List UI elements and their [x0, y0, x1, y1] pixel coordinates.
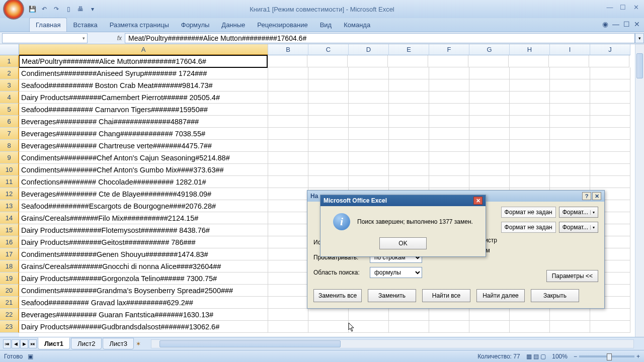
cell[interactable] — [308, 140, 349, 152]
cell-a1[interactable]: Meat/Poultry#########Alice Mutton#######… — [19, 55, 268, 68]
cell[interactable] — [510, 176, 550, 188]
cell[interactable] — [590, 164, 630, 176]
cell[interactable] — [429, 92, 469, 104]
cell[interactable] — [550, 176, 590, 188]
cell[interactable] — [389, 79, 429, 92]
zoom-out-icon[interactable]: − — [574, 353, 577, 360]
cell[interactable] — [469, 140, 510, 152]
col-header-E[interactable]: E — [389, 44, 429, 55]
help-icon[interactable]: ◉ — [602, 20, 608, 28]
cell[interactable] — [429, 309, 469, 321]
zoom-slider[interactable] — [579, 355, 634, 357]
cell[interactable] — [549, 55, 589, 67]
row-header[interactable]: 9 — [0, 152, 19, 164]
formula-expand-icon[interactable]: ▾ — [635, 33, 644, 43]
row-header[interactable]: 22 — [0, 309, 19, 321]
cell[interactable] — [268, 128, 308, 140]
cell[interactable] — [469, 79, 510, 92]
row-header[interactable]: 13 — [0, 200, 19, 212]
cell-a7[interactable]: Beverages########## Chang############# 7… — [19, 128, 268, 140]
tab-layout[interactable]: Разметка страницы — [104, 18, 175, 32]
cell[interactable] — [550, 321, 590, 333]
cell[interactable] — [429, 116, 469, 128]
cell[interactable] — [550, 92, 590, 104]
cell[interactable] — [389, 116, 429, 128]
cell[interactable] — [550, 67, 590, 79]
cell[interactable] — [429, 140, 469, 152]
zoom-in-icon[interactable]: + — [636, 353, 640, 360]
cell[interactable] — [510, 92, 550, 104]
cell[interactable] — [510, 309, 550, 321]
zoom-value[interactable]: 100% — [552, 353, 568, 360]
col-header-I[interactable]: I — [550, 44, 590, 55]
cell[interactable] — [268, 297, 308, 309]
cell[interactable] — [308, 164, 349, 176]
sheet-prev-icon[interactable]: ◀ — [12, 339, 20, 348]
find-all-button[interactable]: Найти все — [422, 289, 470, 302]
cell[interactable] — [268, 92, 308, 104]
cell-a3[interactable]: Seafood########### Boston Crab Meat#####… — [19, 79, 268, 92]
row-header[interactable]: 17 — [0, 248, 19, 260]
formula-input[interactable]: Meat/Poultry#########Alice Mutton#######… — [125, 33, 635, 43]
sheet-first-icon[interactable]: ⏮ — [3, 339, 11, 348]
cell[interactable] — [590, 309, 630, 321]
cell[interactable] — [550, 140, 590, 152]
view-buttons[interactable]: ▦ ▤ ▢ — [526, 353, 546, 360]
row-header[interactable]: 5 — [0, 104, 19, 116]
cell[interactable] — [510, 67, 550, 79]
cell[interactable] — [268, 164, 308, 176]
cell[interactable] — [469, 67, 510, 79]
ribbon-close-icon[interactable]: ✕ — [634, 20, 640, 28]
cell[interactable] — [590, 321, 630, 333]
col-header-J[interactable]: J — [590, 44, 630, 55]
cell[interactable] — [349, 104, 389, 116]
cell[interactable] — [590, 104, 630, 116]
row-header[interactable]: 4 — [0, 92, 19, 104]
cell[interactable] — [590, 128, 630, 140]
row-header[interactable]: 15 — [0, 224, 19, 236]
cell[interactable] — [590, 116, 630, 128]
cell[interactable] — [349, 321, 389, 333]
dialog-help-button[interactable]: ? — [582, 192, 591, 200]
cell[interactable] — [268, 79, 308, 92]
row-header[interactable]: 8 — [0, 140, 19, 152]
cell[interactable] — [389, 321, 429, 333]
cell-a8[interactable]: Beverages########## Chartreuse verte####… — [19, 140, 268, 152]
sheet-tab-1[interactable]: Лист1 — [38, 337, 70, 349]
cell[interactable] — [590, 92, 630, 104]
message-title[interactable]: Microsoft Office Excel ✕ — [320, 195, 486, 206]
cell[interactable] — [388, 55, 428, 67]
cell[interactable] — [590, 140, 630, 152]
tab-data[interactable]: Данные — [215, 18, 251, 32]
row-header[interactable]: 10 — [0, 164, 19, 176]
cell[interactable] — [389, 128, 429, 140]
cell-a9[interactable]: Condiments#########Chef Anton's Cajun Se… — [19, 152, 268, 164]
select-all-corner[interactable] — [0, 44, 19, 55]
office-button[interactable] — [3, 0, 24, 20]
cell[interactable] — [429, 104, 469, 116]
cell[interactable] — [469, 164, 510, 176]
cell[interactable] — [469, 309, 510, 321]
cell[interactable] — [590, 67, 630, 79]
options-button[interactable]: Параметры << — [546, 270, 598, 282]
cell[interactable] — [349, 67, 389, 79]
cell[interactable] — [349, 116, 389, 128]
dialog-close-button[interactable]: ✕ — [592, 192, 601, 200]
col-header-D[interactable]: D — [349, 44, 389, 55]
find-format-button[interactable]: Формат... — [559, 207, 598, 218]
cell[interactable] — [389, 152, 429, 164]
cell[interactable] — [308, 92, 349, 104]
cell-a17[interactable]: Condiments#########Genen Shouyu########1… — [19, 248, 268, 260]
tab-team[interactable]: Команда — [338, 18, 376, 32]
sheet-tab-3[interactable]: Лист3 — [103, 338, 133, 349]
cell[interactable] — [429, 164, 469, 176]
close-button[interactable]: Закрыть — [531, 289, 579, 302]
row-header[interactable]: 19 — [0, 273, 19, 285]
row-header[interactable]: 23 — [0, 321, 19, 333]
cell-a5[interactable]: Seafood########### Carnarvon Tigers#####… — [19, 104, 268, 116]
row-header[interactable]: 3 — [0, 79, 19, 92]
cell[interactable] — [589, 55, 629, 67]
cell-a10[interactable]: Condiments#########Chef Anton's Gumbo Mi… — [19, 164, 268, 176]
cell[interactable] — [268, 273, 308, 285]
message-close-button[interactable]: ✕ — [473, 197, 482, 205]
